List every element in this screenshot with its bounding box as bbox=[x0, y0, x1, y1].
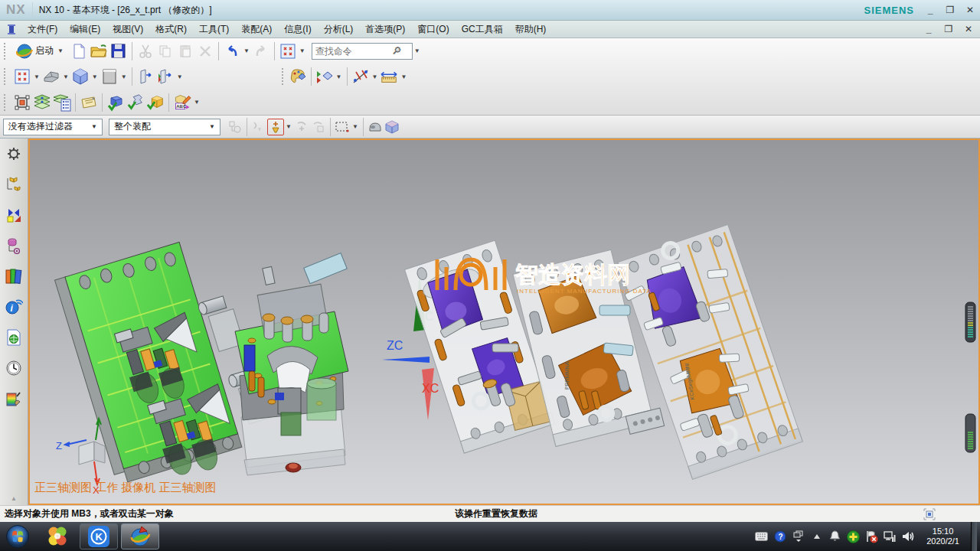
assembly-constraints-button[interactable] bbox=[106, 93, 126, 112]
help-icon[interactable]: ? bbox=[773, 530, 786, 543]
marquee-dropdown[interactable]: ▼ bbox=[351, 123, 360, 130]
layer-settings-button[interactable] bbox=[32, 93, 52, 112]
part-navigator-icon[interactable] bbox=[5, 236, 23, 255]
selection-filter-combo[interactable]: 没有选择过滤器 ▼ bbox=[3, 119, 103, 135]
measure-button[interactable] bbox=[351, 67, 371, 86]
name-attribute-button[interactable]: ABC bbox=[172, 93, 192, 112]
orient-view-dropdown[interactable]: ▼ bbox=[90, 73, 100, 80]
measure-dropdown[interactable]: ▼ bbox=[371, 73, 380, 80]
close-button[interactable]: ✕ bbox=[965, 5, 975, 15]
menu-edit[interactable]: 编辑(E) bbox=[64, 21, 106, 37]
menu-analysis[interactable]: 分析(L) bbox=[318, 21, 360, 37]
view-handle-icon[interactable] bbox=[923, 508, 936, 520]
snap-point-button[interactable] bbox=[267, 119, 284, 135]
snap-off-button[interactable] bbox=[250, 119, 267, 135]
snap-dropdown[interactable]: ▼ bbox=[284, 123, 293, 130]
clip-dropdown[interactable]: ▼ bbox=[175, 73, 185, 80]
fixture-model-5[interactable]: KCeSegeMMNl bbox=[613, 223, 802, 481]
swirl-app-icon[interactable] bbox=[38, 523, 77, 549]
resource-bar-collapse[interactable]: ▲ bbox=[11, 495, 17, 502]
menu-format[interactable]: 格式(R) bbox=[149, 21, 193, 37]
undo-dropdown[interactable]: ▼ bbox=[242, 47, 251, 54]
clip-section-button[interactable] bbox=[136, 67, 155, 86]
graphics-viewport[interactable]: ZC YC XC bbox=[28, 139, 980, 505]
restore-button[interactable]: ❐ bbox=[945, 5, 956, 15]
menu-window[interactable]: 窗口(O) bbox=[411, 21, 455, 37]
start-orb[interactable] bbox=[3, 522, 32, 551]
assembly-tree-button[interactable] bbox=[227, 119, 243, 135]
fit-view-button[interactable] bbox=[12, 67, 32, 86]
internet-page-icon[interactable] bbox=[5, 328, 23, 347]
undo-button[interactable] bbox=[222, 41, 242, 61]
materials-palette-icon[interactable] bbox=[5, 390, 23, 408]
menu-help[interactable]: 帮助(H) bbox=[509, 21, 553, 37]
network-icon[interactable] bbox=[884, 530, 897, 543]
constraint-navigator-icon[interactable] bbox=[5, 206, 23, 224]
k-app-icon[interactable]: K bbox=[80, 523, 118, 549]
background-button[interactable] bbox=[100, 67, 119, 86]
menu-gc-toolbox[interactable]: GC工具箱 bbox=[456, 21, 509, 37]
drag-point-button[interactable] bbox=[310, 119, 327, 135]
menu-tools[interactable]: 工具(T) bbox=[193, 21, 235, 37]
new-file-button[interactable] bbox=[69, 41, 89, 61]
web-info-icon[interactable]: i bbox=[5, 298, 23, 316]
move-component-button[interactable] bbox=[12, 93, 32, 112]
remember-constraints-button[interactable] bbox=[145, 93, 165, 112]
find-command-input[interactable] bbox=[315, 46, 392, 57]
menu-information[interactable]: 信息(I) bbox=[278, 21, 317, 37]
show-hide-dropdown[interactable]: ▼ bbox=[335, 73, 344, 80]
assembly-navigator-icon[interactable] bbox=[5, 175, 23, 194]
ruler-dropdown[interactable]: ▼ bbox=[399, 73, 408, 80]
windows-stack-icon[interactable] bbox=[792, 530, 805, 543]
wave-link-button[interactable] bbox=[126, 93, 145, 112]
touch-mode-button[interactable] bbox=[278, 41, 298, 61]
show-desktop-button[interactable] bbox=[971, 522, 977, 551]
selection-scope-combo[interactable]: 整个装配 ▼ bbox=[109, 119, 220, 135]
cut-button[interactable] bbox=[136, 41, 155, 61]
clip-slider-bottom[interactable] bbox=[965, 414, 975, 452]
find-dropdown[interactable]: ▼ bbox=[413, 47, 422, 54]
orient-view-button[interactable] bbox=[70, 67, 90, 86]
toolbar-drag-handle[interactable] bbox=[4, 94, 8, 111]
taskbar-clock[interactable]: 15:10 2020/2/1 bbox=[920, 527, 965, 546]
shaded-view-dropdown[interactable]: ▼ bbox=[61, 73, 70, 80]
role-palette-button[interactable] bbox=[288, 67, 308, 86]
roles-gear-icon[interactable] bbox=[5, 145, 23, 163]
note-button[interactable] bbox=[79, 93, 99, 112]
rotate-point-button[interactable] bbox=[293, 119, 310, 135]
minimize-button[interactable]: _ bbox=[925, 5, 936, 15]
doc-minimize-button[interactable]: _ bbox=[923, 24, 934, 34]
save-button[interactable] bbox=[109, 41, 129, 61]
keyboard-icon[interactable] bbox=[755, 530, 768, 543]
clip-work-section-button[interactable] bbox=[155, 67, 175, 86]
start-menu-button[interactable]: 启动 ▼ bbox=[12, 41, 69, 61]
background-dropdown[interactable]: ▼ bbox=[119, 73, 129, 80]
cap-button[interactable] bbox=[367, 119, 384, 135]
action-center-flag-icon[interactable] bbox=[865, 530, 878, 543]
delete-button[interactable] bbox=[195, 41, 215, 61]
reuse-library-icon[interactable] bbox=[5, 267, 23, 285]
menu-preferences[interactable]: 首选项(P) bbox=[359, 21, 411, 37]
touch-mode-dropdown[interactable]: ▼ bbox=[298, 47, 307, 54]
clip-slider-top[interactable] bbox=[965, 302, 975, 342]
ruler-button[interactable] bbox=[379, 67, 399, 86]
shaded-view-button[interactable] bbox=[41, 67, 61, 86]
toolbar-drag-handle[interactable] bbox=[282, 68, 286, 85]
history-clock-icon[interactable] bbox=[5, 359, 23, 377]
copy-button[interactable] bbox=[155, 41, 175, 61]
bell-icon[interactable] bbox=[828, 530, 841, 543]
name-dropdown[interactable]: ▼ bbox=[192, 99, 201, 106]
open-button[interactable] bbox=[89, 41, 109, 61]
menu-view[interactable]: 视图(V) bbox=[106, 21, 149, 37]
fit-view-dropdown[interactable]: ▼ bbox=[32, 73, 41, 80]
toolbar-drag-handle[interactable] bbox=[4, 68, 8, 85]
show-hide-button[interactable] bbox=[315, 67, 335, 86]
find-command-box[interactable]: 🔎︎ bbox=[312, 43, 413, 60]
menu-assemblies[interactable]: 装配(A) bbox=[235, 21, 278, 37]
doc-close-button[interactable]: ✕ bbox=[963, 24, 974, 34]
layer-list-button[interactable] bbox=[52, 93, 72, 112]
doc-restore-button[interactable]: ❐ bbox=[943, 24, 954, 34]
safety-plus-icon[interactable] bbox=[847, 530, 860, 543]
toolbar-drag-handle[interactable] bbox=[4, 43, 8, 60]
volume-icon[interactable] bbox=[902, 530, 915, 543]
